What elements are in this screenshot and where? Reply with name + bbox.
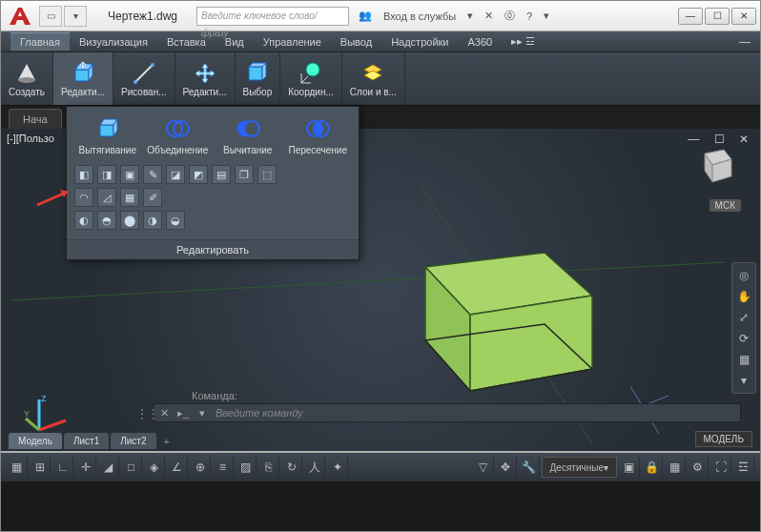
qat-dropdown[interactable]: ▾ — [64, 6, 87, 27]
signin-label[interactable]: Вход в службы — [380, 9, 460, 24]
dropdown-footer[interactable]: Редактировать — [67, 239, 359, 259]
sb-qp2-icon[interactable]: ▣ — [619, 457, 640, 478]
sb-3dosnap-icon[interactable]: ◈ — [144, 457, 165, 478]
cmd-recent-icon[interactable]: ▾ — [193, 407, 212, 419]
nav-wheel-icon[interactable]: ◎ — [735, 267, 752, 284]
tab-overflow-icon[interactable]: ▸▸ ☲ — [502, 32, 545, 51]
presspull-icon — [93, 114, 122, 143]
sb-sc-icon[interactable]: ↻ — [281, 457, 302, 478]
help-dropdown-icon[interactable]: ▾ — [540, 8, 553, 24]
cmd-intersect[interactable]: Пересечение — [283, 114, 352, 155]
viewcube[interactable] — [691, 142, 737, 188]
cmd-presspull[interactable]: Вытягивание — [73, 114, 142, 155]
infocenter-icon[interactable]: 👥 — [355, 8, 376, 24]
cloud-icon[interactable]: ⓪ — [501, 7, 519, 25]
sb-dyn-icon[interactable]: ⊕ — [190, 457, 211, 478]
tab-view[interactable]: Вид — [216, 33, 254, 51]
sb-tool-icon[interactable]: 🔧 — [519, 457, 540, 478]
tool-rotate-face[interactable]: ◩ — [189, 165, 208, 184]
sb-units[interactable]: Десятичные ▾ — [542, 457, 617, 478]
tool-slice[interactable]: ◐ — [74, 211, 93, 230]
cmd-handle-icon[interactable]: ⋮⋮ — [136, 407, 159, 420]
sb-lwt-icon[interactable]: ≡ — [213, 457, 234, 478]
tool-fillet-edge[interactable]: ◠ — [74, 188, 93, 207]
panel-layers[interactable]: Слои и в... — [342, 52, 405, 105]
panel-draw[interactable]: Рисован... — [113, 52, 175, 105]
exchange-icon[interactable]: ✕ — [481, 8, 497, 24]
nav-orbit-icon[interactable]: ⟳ — [735, 330, 752, 347]
tool-copy-face[interactable]: ❐ — [235, 165, 254, 184]
cmd-union[interactable]: Объединение — [143, 114, 212, 155]
command-line[interactable]: ⋮⋮ ✕ ▸_ ▾ Введите команду — [154, 403, 741, 422]
tool-color-edge[interactable]: ▦ — [120, 188, 139, 207]
sb-hw-icon[interactable]: ⚙ — [688, 457, 709, 478]
ucs-label[interactable]: МСК — [710, 199, 741, 212]
sb-osnap-icon[interactable]: □ — [121, 457, 142, 478]
sb-clean-icon[interactable]: ⛶ — [710, 457, 731, 478]
tab-manage[interactable]: Управление — [254, 33, 331, 51]
tab-addins[interactable]: Надстройки — [381, 33, 458, 51]
panel-edit2[interactable]: Редакти... — [175, 52, 236, 105]
tab-visualization[interactable]: Визуализация — [70, 33, 157, 51]
layout-tab-2[interactable]: Лист2 — [111, 433, 155, 449]
command-input[interactable]: Введите команду — [212, 407, 740, 419]
cmd-prompt-icon: ▸_ — [174, 407, 193, 419]
tool-taper-face[interactable]: ◨ — [97, 165, 116, 184]
sb-custom-icon[interactable]: ☲ — [733, 457, 754, 478]
sb-polar-icon[interactable]: ✛ — [75, 457, 96, 478]
sb-iso-icon[interactable]: ◢ — [98, 457, 119, 478]
tool-chamfer-edge[interactable]: ◿ — [97, 188, 116, 207]
layout-tab-model[interactable]: Модель — [9, 433, 62, 449]
sb-snap-icon[interactable]: ⊞ — [30, 457, 51, 478]
nav-show-icon[interactable]: ▦ — [735, 351, 752, 368]
tool-move-face[interactable]: ▣ — [120, 165, 139, 184]
signin-dropdown-icon[interactable]: ▾ — [463, 8, 477, 24]
layout-add-icon[interactable]: + — [158, 434, 175, 449]
svg-point-0 — [18, 77, 35, 83]
search-input[interactable]: Введите ключевое слово/фразу — [196, 7, 349, 26]
file-tab-start[interactable]: Нача — [9, 109, 62, 129]
nav-pan-icon[interactable]: ✋ — [735, 288, 752, 305]
sb-otrack-icon[interactable]: ∠ — [167, 457, 188, 478]
sb-qp-icon[interactable]: ⎘ — [258, 457, 279, 478]
nav-zoom-icon[interactable]: ⤢ — [735, 309, 752, 326]
sb-ortho-icon[interactable]: ∟ — [52, 457, 73, 478]
sb-iso2-icon[interactable]: ▦ — [665, 457, 686, 478]
tool-color-face[interactable]: ▤ — [212, 165, 231, 184]
sb-grid-icon[interactable]: ▦ — [7, 457, 28, 478]
minimize-button[interactable]: — — [678, 8, 703, 25]
tool-thicken[interactable]: ◓ — [97, 211, 116, 230]
nav-more-icon[interactable]: ▾ — [735, 372, 752, 389]
maximize-button[interactable]: ☐ — [705, 8, 730, 25]
new-doc-icon[interactable]: ▭ — [39, 6, 62, 27]
panel-edit[interactable]: Редакти... — [53, 52, 113, 105]
tool-separate[interactable]: ◑ — [143, 211, 162, 230]
tool-delete-face[interactable]: ◪ — [166, 165, 185, 184]
tool-offset-face[interactable]: ✎ — [143, 165, 162, 184]
sb-lock-icon[interactable]: 🔒 — [642, 457, 663, 478]
layout-tab-1[interactable]: Лист1 — [64, 433, 109, 449]
tab-home[interactable]: Главная — [10, 32, 70, 51]
tab-insert[interactable]: Вставка — [157, 33, 216, 51]
panel-coord[interactable]: Координ... — [280, 52, 342, 105]
cmd-subtract[interactable]: Вычитание — [214, 114, 282, 155]
ribbon-min-icon[interactable]: — — [730, 32, 760, 51]
tool-imprint[interactable]: ✐ — [143, 188, 162, 207]
app-logo[interactable] — [5, 5, 35, 28]
sb-tran-icon[interactable]: ▨ — [236, 457, 257, 478]
sb-gizmo-icon[interactable]: ✥ — [496, 457, 517, 478]
tab-a360[interactable]: A360 — [458, 33, 502, 51]
tool-shell[interactable]: ⬤ — [120, 211, 139, 230]
close-button[interactable]: ✕ — [731, 8, 756, 25]
tool-copy-edge[interactable]: ⬚ — [257, 165, 277, 184]
tab-output[interactable]: Вывод — [331, 33, 381, 51]
sb-filter-icon[interactable]: ▽ — [473, 457, 494, 478]
tool-clean[interactable]: ◒ — [166, 211, 185, 230]
panel-select[interactable]: Выбор — [236, 52, 281, 105]
sb-ws-icon[interactable]: ✦ — [327, 457, 348, 478]
tool-extrude-face[interactable]: ◧ — [74, 165, 93, 184]
help-icon[interactable]: ? — [523, 9, 536, 24]
sb-ann-icon[interactable]: 人 — [304, 457, 325, 478]
panel-create[interactable]: Создать — [1, 52, 53, 105]
model-badge[interactable]: МОДЕЛЬ — [695, 431, 752, 447]
